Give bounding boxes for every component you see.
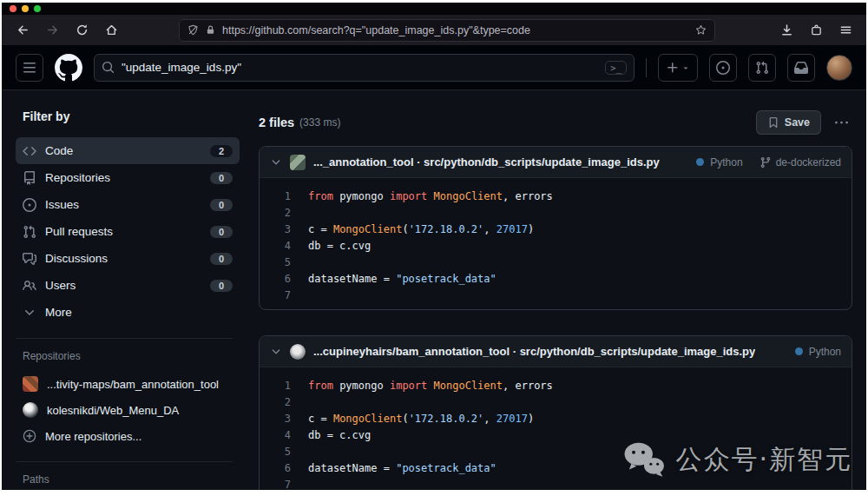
- line-number[interactable]: 3: [260, 222, 291, 238]
- result-meta: Python: [783, 346, 841, 358]
- plus-circle-icon: [23, 429, 36, 443]
- branch-info: de-dockerized: [760, 156, 841, 169]
- code-text: datasetName = "posetrack_data": [308, 460, 496, 477]
- line-number[interactable]: 4: [260, 427, 291, 444]
- files-count: 2 files: [259, 116, 294, 129]
- tracking-protection-shield-icon[interactable]: [187, 24, 199, 36]
- line-number[interactable]: 3: [260, 411, 291, 427]
- inbox-button[interactable]: [787, 54, 815, 82]
- issue-opened-icon: [23, 198, 36, 212]
- code-line: 5: [260, 255, 852, 271]
- git-pull-request-icon: [23, 225, 36, 239]
- github-nav-menu-button[interactable]: [16, 54, 43, 82]
- sidebar-item-label: Code: [45, 144, 73, 157]
- back-button[interactable]: [10, 19, 35, 42]
- code-snippet: 1from pymongo import MongoClient, errors…: [260, 178, 852, 309]
- github-search-input[interactable]: "update_image_ids.py" >_: [94, 54, 635, 82]
- filter-sidebar: Filter by Code 2 Repositories 0 Issues 0…: [2, 90, 247, 490]
- code-text: datasetName = "posetrack_data": [308, 271, 496, 288]
- line-number[interactable]: 7: [260, 477, 291, 490]
- home-icon: [105, 23, 118, 36]
- line-number[interactable]: 6: [260, 271, 291, 288]
- line-number[interactable]: 1: [260, 378, 291, 394]
- code-token: '172.18.0.2': [409, 413, 484, 425]
- line-number[interactable]: 6: [260, 460, 291, 477]
- people-icon: [23, 279, 36, 293]
- search-time: (333 ms): [299, 116, 340, 129]
- collapse-chevron-icon[interactable]: [270, 346, 282, 358]
- reload-button[interactable]: [69, 19, 94, 42]
- kebab-icon: [835, 116, 848, 129]
- sidebar-item-repositories[interactable]: Repositories 0: [16, 164, 240, 191]
- line-number[interactable]: 2: [260, 205, 291, 222]
- code-line: 3c = MongoClient('172.18.0.2', 27017): [260, 222, 852, 238]
- results-panel: 2 files (333 ms) Save: [247, 90, 866, 490]
- results-options-button[interactable]: [830, 111, 852, 134]
- line-number[interactable]: 4: [260, 238, 291, 255]
- code-token: pymongo: [333, 380, 390, 392]
- more-repositories-label: More repositories...: [45, 430, 141, 443]
- sidebar-repo-item[interactable]: kolesnikdi/Web_Menu_DA: [16, 397, 240, 423]
- command-palette-icon[interactable]: >_: [605, 61, 627, 75]
- code-token: ): [528, 413, 534, 425]
- lock-icon[interactable]: [205, 24, 216, 36]
- line-number[interactable]: 2: [260, 394, 291, 411]
- line-number[interactable]: 1: [260, 188, 291, 205]
- url-bar[interactable]: https://github.com/search?q="update_imag…: [179, 19, 715, 42]
- code-token: [427, 190, 433, 202]
- git-branch-icon: [760, 156, 772, 169]
- close-window-button[interactable]: [10, 5, 16, 12]
- window-titlebar: [2, 3, 866, 15]
- count-badge: 0: [210, 199, 233, 211]
- browser-menu-button[interactable]: [833, 19, 858, 42]
- code-token: import: [390, 190, 427, 202]
- plus-icon: [666, 61, 680, 75]
- collapse-chevron-icon[interactable]: [270, 156, 282, 169]
- repo-avatar: [23, 402, 38, 418]
- code-line: 7: [260, 477, 852, 490]
- sidebar-divider: [16, 338, 233, 339]
- sidebar-item-issues[interactable]: Issues 0: [16, 191, 240, 218]
- sidebar-item-users[interactable]: Users 0: [16, 272, 240, 299]
- code-token: "posetrack_data": [396, 273, 496, 285]
- sidebar-item-discussions[interactable]: Discussions 0: [16, 245, 240, 272]
- pull-requests-header-button[interactable]: [748, 54, 776, 82]
- header-divider: [646, 58, 647, 77]
- search-icon: [102, 61, 115, 74]
- forward-button[interactable]: [40, 19, 64, 42]
- downloads-button[interactable]: [774, 19, 799, 42]
- bookmark-star-icon[interactable]: [695, 24, 707, 36]
- user-avatar[interactable]: [826, 55, 852, 81]
- sidebar-item-pull-requests[interactable]: Pull requests 0: [16, 218, 240, 245]
- chevron-down-icon: [681, 63, 690, 72]
- extensions-button[interactable]: [804, 19, 828, 42]
- code-token: datasetName =: [308, 273, 396, 285]
- discussion-icon: [23, 252, 36, 266]
- file-path-link[interactable]: ..._annotation_tool · src/python/db_scri…: [313, 155, 660, 169]
- line-number[interactable]: 5: [260, 444, 291, 460]
- code-token: c =: [308, 413, 333, 425]
- more-repositories-button[interactable]: More repositories...: [16, 423, 240, 449]
- sidebar-item-code[interactable]: Code 2: [16, 137, 240, 164]
- file-path-link[interactable]: ...cupineyhairs/bam_annotation_tool · sr…: [313, 345, 755, 358]
- sidebar-repo-item[interactable]: ...tivity-maps/bam_annotation_tool: [16, 371, 240, 397]
- results-header: 2 files (333 ms) Save: [259, 109, 852, 136]
- code-token: 27017: [496, 413, 528, 425]
- code-token: "posetrack_data": [396, 462, 496, 474]
- line-number[interactable]: 5: [260, 255, 291, 271]
- code-line: 7: [260, 288, 852, 304]
- code-token: (: [402, 413, 408, 425]
- count-badge: 0: [210, 172, 233, 184]
- create-new-button[interactable]: [658, 54, 698, 82]
- sidebar-item-more[interactable]: More: [16, 299, 240, 326]
- line-number[interactable]: 7: [260, 288, 291, 304]
- github-logo[interactable]: [55, 54, 82, 82]
- issues-header-button[interactable]: [709, 54, 737, 82]
- home-button[interactable]: [99, 19, 123, 42]
- save-search-button[interactable]: Save: [756, 110, 821, 135]
- code-icon: [23, 144, 36, 158]
- maximize-window-button[interactable]: [34, 5, 41, 12]
- watermark-text: 公众号·新智元: [675, 442, 852, 478]
- extensions-icon: [810, 23, 823, 36]
- minimize-window-button[interactable]: [22, 5, 29, 12]
